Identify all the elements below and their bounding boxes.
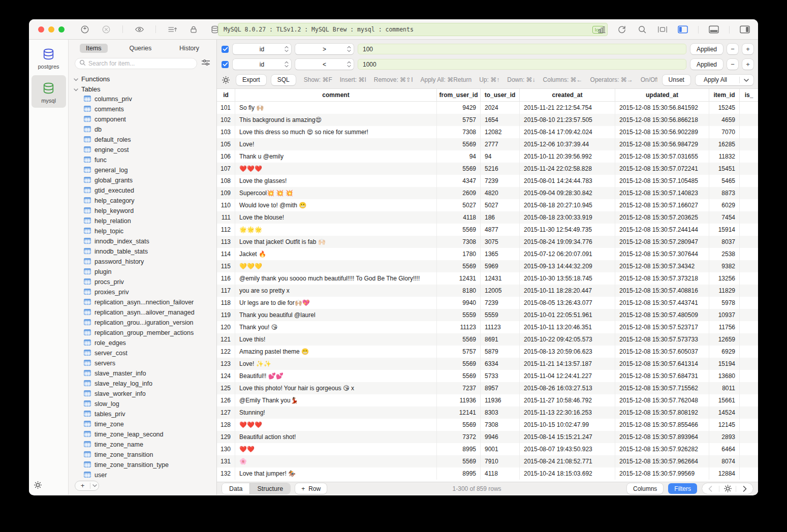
- cell-is_[interactable]: [740, 187, 758, 199]
- cell-from_user_id[interactable]: 5757: [437, 346, 481, 358]
- sidebar-table-comments[interactable]: comments: [69, 104, 216, 114]
- cell-created_at[interactable]: 2015-11-24 22:02:58.828: [520, 163, 615, 175]
- sidebar-table-time_zone_name[interactable]: time_zone_name: [69, 440, 216, 450]
- sidebar-table-db[interactable]: db: [69, 124, 216, 135]
- add-item-button[interactable]: +: [75, 481, 90, 490]
- sidebar-table-help_keyword[interactable]: help_keyword: [69, 206, 216, 216]
- cell-is_[interactable]: [740, 467, 758, 480]
- cell-item_id[interactable]: 8011: [709, 382, 740, 394]
- cell-item_id[interactable]: 7454: [709, 211, 740, 224]
- cell-created_at[interactable]: 2015-08-10 21:23:57.505: [520, 114, 615, 126]
- disconnect-icon[interactable]: [101, 24, 111, 35]
- remove-filter-button[interactable]: −: [727, 44, 738, 54]
- cell-to_user_id[interactable]: 186: [481, 211, 520, 224]
- table-row[interactable]: 103Love this dress so much 😍 so nice for…: [217, 126, 758, 138]
- cell-to_user_id[interactable]: 5879: [481, 346, 520, 358]
- cell-id[interactable]: 117: [217, 285, 235, 297]
- cell-id[interactable]: 115: [217, 260, 235, 272]
- cell-id[interactable]: 108: [217, 175, 235, 187]
- cell-is_[interactable]: [740, 309, 758, 321]
- cell-from_user_id[interactable]: 8995: [437, 467, 481, 480]
- cell-updated_at[interactable]: 2015-12-08 15:30:57.605037: [615, 346, 709, 358]
- cell-from_user_id[interactable]: 5569: [437, 419, 481, 431]
- cell-comment[interactable]: Love the glasses!: [235, 175, 437, 187]
- cell-created_at[interactable]: 2015-08-13 20:59:06.623: [520, 346, 615, 358]
- cell-created_at[interactable]: 2015-11-27 10:58:46.792: [520, 394, 615, 406]
- cell-item_id[interactable]: 15194: [709, 358, 740, 370]
- cell-created_at[interactable]: 2015-08-01 14:24:44.783: [520, 175, 615, 187]
- cell-comment[interactable]: Love! ✨✨: [235, 358, 437, 370]
- cell-updated_at[interactable]: 2015-12-08 15:30:57.684731: [615, 370, 709, 382]
- refresh-icon[interactable]: [617, 24, 627, 35]
- columns-button[interactable]: Columns: [627, 483, 663, 494]
- sidebar-table-procs_priv[interactable]: procs_priv: [69, 277, 216, 287]
- cell-id[interactable]: 101: [217, 102, 235, 114]
- cell-updated_at[interactable]: 2015-12-08 15:30:57.855466: [615, 419, 709, 431]
- cell-id[interactable]: 130: [217, 443, 235, 455]
- cell-updated_at[interactable]: 2015-12-08 15:30:56.841592: [615, 102, 709, 114]
- cell-is_[interactable]: [740, 370, 758, 382]
- cell-id[interactable]: 116: [217, 272, 235, 285]
- cell-item_id[interactable]: 8074: [709, 455, 740, 467]
- cell-id[interactable]: 109: [217, 187, 235, 199]
- cell-created_at[interactable]: 2015-11-21 22:12:54.754: [520, 102, 615, 114]
- cell-to_user_id[interactable]: 5559: [481, 309, 520, 321]
- cell-created_at[interactable]: 2015-08-18 20:27:10.945: [520, 199, 615, 211]
- table-row[interactable]: 121Love this!556986912015-10-22 09:42:05…: [217, 333, 758, 346]
- sidebar-table-gtid_executed[interactable]: gtid_executed: [69, 185, 216, 196]
- cell-updated_at[interactable]: 2015-12-08 15:30:57.962664: [615, 455, 709, 467]
- cell-comment[interactable]: Thank you! 😘: [235, 321, 437, 333]
- cell-is_[interactable]: [740, 358, 758, 370]
- cell-comment[interactable]: Love this photo! Your hair is gorgeous 😘…: [235, 382, 437, 394]
- cell-to_user_id[interactable]: 5027: [481, 199, 520, 211]
- cell-from_user_id[interactable]: 4118: [437, 211, 481, 224]
- sidebar-table-time_zone_leap_second[interactable]: time_zone_leap_second: [69, 429, 216, 440]
- cell-created_at[interactable]: 2015-07-12 06:20:07.091: [520, 248, 615, 260]
- cell-id[interactable]: 118: [217, 297, 235, 309]
- table-row[interactable]: 118Ur legs are to die for🙌🏼💖994072392015…: [217, 297, 758, 309]
- panel-bottom-toggle-icon[interactable]: [709, 24, 719, 35]
- column-header-updated_at[interactable]: updated_at: [615, 89, 709, 101]
- cell-item_id[interactable]: 13256: [709, 272, 740, 285]
- sidebar-table-server_cost[interactable]: server_cost: [69, 348, 216, 358]
- table-row[interactable]: 129Beautiful action shot!737299462015-08…: [217, 431, 758, 443]
- cell-to_user_id[interactable]: 7308: [481, 419, 520, 431]
- sql-button[interactable]: SQL: [271, 75, 296, 85]
- table-row[interactable]: 108Love the glasses!434772392015-08-01 1…: [217, 175, 758, 187]
- cell-from_user_id[interactable]: 4347: [437, 175, 481, 187]
- column-header-created_at[interactable]: created_at: [520, 89, 615, 101]
- cell-created_at[interactable]: 2015-10-11 18:28:20.447: [520, 285, 615, 297]
- cell-updated_at[interactable]: 2015-12-08 15:30:56.866218: [615, 114, 709, 126]
- table-row[interactable]: 132Love that jumper! 🏇899541182015-10-24…: [217, 467, 758, 480]
- cell-item_id[interactable]: 10937: [709, 309, 740, 321]
- structure-list-icon[interactable]: [167, 24, 177, 35]
- cell-is_[interactable]: [740, 272, 758, 285]
- cell-created_at[interactable]: 2015-12-06 10:37:39.44: [520, 138, 615, 150]
- cell-comment[interactable]: Love!: [235, 138, 437, 150]
- cell-from_user_id[interactable]: 7237: [437, 382, 481, 394]
- cell-updated_at[interactable]: 2015-12-08 15:30:57.480509: [615, 309, 709, 321]
- cell-is_[interactable]: [740, 419, 758, 431]
- cell-to_user_id[interactable]: 12082: [481, 126, 520, 138]
- cell-item_id[interactable]: 6464: [709, 443, 740, 455]
- cell-from_user_id[interactable]: 5559: [437, 309, 481, 321]
- cell-item_id[interactable]: 14524: [709, 406, 740, 419]
- cell-created_at[interactable]: 2015-10-22 09:42:05.573: [520, 333, 615, 346]
- cell-created_at[interactable]: 2015-10-30 13:55:18.745: [520, 272, 615, 285]
- cell-is_[interactable]: [740, 394, 758, 406]
- cell-updated_at[interactable]: 2015-12-08 15:30:57.715562: [615, 382, 709, 394]
- cell-comment[interactable]: Supercool💥 💥 💥: [235, 187, 437, 199]
- cell-item_id[interactable]: 4659: [709, 114, 740, 126]
- cell-created_at[interactable]: 2015-10-01 22:05:51.961: [520, 309, 615, 321]
- cell-to_user_id[interactable]: 94: [481, 150, 520, 163]
- cell-to_user_id[interactable]: 4877: [481, 224, 520, 236]
- cell-is_[interactable]: [740, 285, 758, 297]
- next-page-button[interactable]: [736, 483, 753, 494]
- cell-created_at[interactable]: 2015-09-04 09:28:30.842: [520, 187, 615, 199]
- cell-id[interactable]: 123: [217, 358, 235, 370]
- cell-item_id[interactable]: 11832: [709, 150, 740, 163]
- cell-from_user_id[interactable]: 2609: [437, 187, 481, 199]
- sidebar-table-time_zone[interactable]: time_zone: [69, 419, 216, 429]
- sidebar-table-default_roles[interactable]: default_roles: [69, 135, 216, 145]
- cell-to_user_id[interactable]: 11936: [481, 394, 520, 406]
